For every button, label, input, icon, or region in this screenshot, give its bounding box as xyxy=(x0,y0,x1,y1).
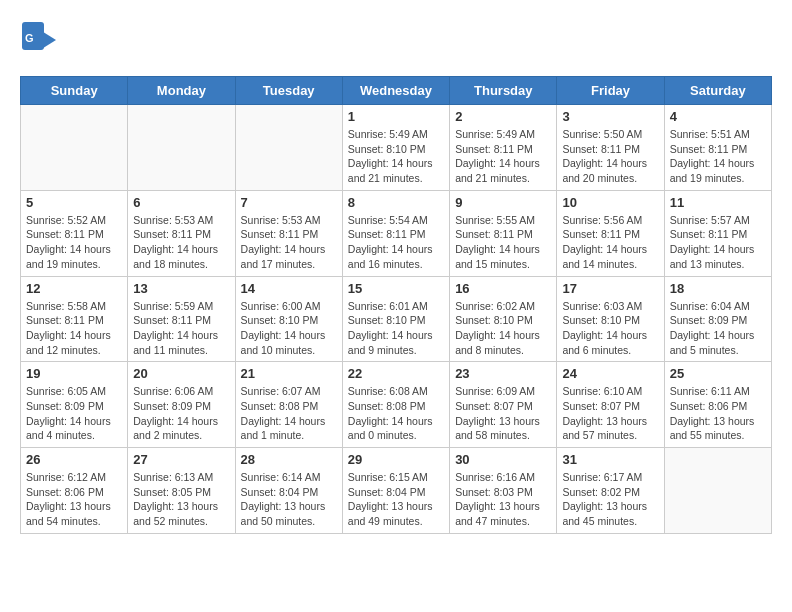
day-info: Sunrise: 6:16 AM Sunset: 8:03 PM Dayligh… xyxy=(455,470,551,529)
day-number: 28 xyxy=(241,452,337,467)
day-number: 23 xyxy=(455,366,551,381)
day-info: Sunrise: 6:00 AM Sunset: 8:10 PM Dayligh… xyxy=(241,299,337,358)
day-info: Sunrise: 6:14 AM Sunset: 8:04 PM Dayligh… xyxy=(241,470,337,529)
day-number: 22 xyxy=(348,366,444,381)
day-info: Sunrise: 6:07 AM Sunset: 8:08 PM Dayligh… xyxy=(241,384,337,443)
day-info: Sunrise: 5:49 AM Sunset: 8:11 PM Dayligh… xyxy=(455,127,551,186)
day-number: 27 xyxy=(133,452,229,467)
day-number: 13 xyxy=(133,281,229,296)
day-info: Sunrise: 6:05 AM Sunset: 8:09 PM Dayligh… xyxy=(26,384,122,443)
day-info: Sunrise: 5:50 AM Sunset: 8:11 PM Dayligh… xyxy=(562,127,658,186)
day-info: Sunrise: 6:15 AM Sunset: 8:04 PM Dayligh… xyxy=(348,470,444,529)
week-row-2: 5Sunrise: 5:52 AM Sunset: 8:11 PM Daylig… xyxy=(21,190,772,276)
calendar-cell: 29Sunrise: 6:15 AM Sunset: 8:04 PM Dayli… xyxy=(342,448,449,534)
week-row-3: 12Sunrise: 5:58 AM Sunset: 8:11 PM Dayli… xyxy=(21,276,772,362)
day-number: 15 xyxy=(348,281,444,296)
calendar-cell: 23Sunrise: 6:09 AM Sunset: 8:07 PM Dayli… xyxy=(450,362,557,448)
day-header-thursday: Thursday xyxy=(450,77,557,105)
day-number: 2 xyxy=(455,109,551,124)
day-number: 19 xyxy=(26,366,122,381)
day-info: Sunrise: 5:51 AM Sunset: 8:11 PM Dayligh… xyxy=(670,127,766,186)
day-header-tuesday: Tuesday xyxy=(235,77,342,105)
day-info: Sunrise: 6:10 AM Sunset: 8:07 PM Dayligh… xyxy=(562,384,658,443)
calendar-cell xyxy=(664,448,771,534)
calendar-cell: 9Sunrise: 5:55 AM Sunset: 8:11 PM Daylig… xyxy=(450,190,557,276)
calendar-cell: 19Sunrise: 6:05 AM Sunset: 8:09 PM Dayli… xyxy=(21,362,128,448)
day-info: Sunrise: 6:09 AM Sunset: 8:07 PM Dayligh… xyxy=(455,384,551,443)
day-number: 5 xyxy=(26,195,122,210)
day-info: Sunrise: 6:13 AM Sunset: 8:05 PM Dayligh… xyxy=(133,470,229,529)
day-header-monday: Monday xyxy=(128,77,235,105)
day-number: 8 xyxy=(348,195,444,210)
calendar-cell: 7Sunrise: 5:53 AM Sunset: 8:11 PM Daylig… xyxy=(235,190,342,276)
day-info: Sunrise: 5:57 AM Sunset: 8:11 PM Dayligh… xyxy=(670,213,766,272)
calendar-cell: 1Sunrise: 5:49 AM Sunset: 8:10 PM Daylig… xyxy=(342,105,449,191)
calendar-cell: 6Sunrise: 5:53 AM Sunset: 8:11 PM Daylig… xyxy=(128,190,235,276)
calendar-header: G xyxy=(20,20,772,66)
calendar-cell: 25Sunrise: 6:11 AM Sunset: 8:06 PM Dayli… xyxy=(664,362,771,448)
day-number: 30 xyxy=(455,452,551,467)
day-number: 3 xyxy=(562,109,658,124)
calendar-cell: 11Sunrise: 5:57 AM Sunset: 8:11 PM Dayli… xyxy=(664,190,771,276)
day-info: Sunrise: 5:49 AM Sunset: 8:10 PM Dayligh… xyxy=(348,127,444,186)
day-info: Sunrise: 6:04 AM Sunset: 8:09 PM Dayligh… xyxy=(670,299,766,358)
calendar-cell: 15Sunrise: 6:01 AM Sunset: 8:10 PM Dayli… xyxy=(342,276,449,362)
calendar-cell: 13Sunrise: 5:59 AM Sunset: 8:11 PM Dayli… xyxy=(128,276,235,362)
day-info: Sunrise: 6:11 AM Sunset: 8:06 PM Dayligh… xyxy=(670,384,766,443)
day-info: Sunrise: 5:54 AM Sunset: 8:11 PM Dayligh… xyxy=(348,213,444,272)
svg-marker-1 xyxy=(40,30,56,50)
day-info: Sunrise: 5:56 AM Sunset: 8:11 PM Dayligh… xyxy=(562,213,658,272)
week-row-1: 1Sunrise: 5:49 AM Sunset: 8:10 PM Daylig… xyxy=(21,105,772,191)
calendar-cell: 21Sunrise: 6:07 AM Sunset: 8:08 PM Dayli… xyxy=(235,362,342,448)
calendar-cell: 10Sunrise: 5:56 AM Sunset: 8:11 PM Dayli… xyxy=(557,190,664,276)
day-number: 1 xyxy=(348,109,444,124)
day-number: 20 xyxy=(133,366,229,381)
calendar-cell: 3Sunrise: 5:50 AM Sunset: 8:11 PM Daylig… xyxy=(557,105,664,191)
day-number: 29 xyxy=(348,452,444,467)
calendar-cell: 14Sunrise: 6:00 AM Sunset: 8:10 PM Dayli… xyxy=(235,276,342,362)
day-info: Sunrise: 6:08 AM Sunset: 8:08 PM Dayligh… xyxy=(348,384,444,443)
day-number: 9 xyxy=(455,195,551,210)
calendar-cell: 31Sunrise: 6:17 AM Sunset: 8:02 PM Dayli… xyxy=(557,448,664,534)
day-info: Sunrise: 5:52 AM Sunset: 8:11 PM Dayligh… xyxy=(26,213,122,272)
day-number: 31 xyxy=(562,452,658,467)
day-number: 17 xyxy=(562,281,658,296)
day-header-sunday: Sunday xyxy=(21,77,128,105)
day-number: 14 xyxy=(241,281,337,296)
day-number: 18 xyxy=(670,281,766,296)
calendar-cell xyxy=(128,105,235,191)
calendar-cell: 30Sunrise: 6:16 AM Sunset: 8:03 PM Dayli… xyxy=(450,448,557,534)
calendar-cell xyxy=(235,105,342,191)
day-header-friday: Friday xyxy=(557,77,664,105)
day-info: Sunrise: 6:12 AM Sunset: 8:06 PM Dayligh… xyxy=(26,470,122,529)
day-info: Sunrise: 6:06 AM Sunset: 8:09 PM Dayligh… xyxy=(133,384,229,443)
calendar-cell: 27Sunrise: 6:13 AM Sunset: 8:05 PM Dayli… xyxy=(128,448,235,534)
calendar-cell: 22Sunrise: 6:08 AM Sunset: 8:08 PM Dayli… xyxy=(342,362,449,448)
week-row-4: 19Sunrise: 6:05 AM Sunset: 8:09 PM Dayli… xyxy=(21,362,772,448)
logo: G xyxy=(20,20,56,66)
calendar-cell: 8Sunrise: 5:54 AM Sunset: 8:11 PM Daylig… xyxy=(342,190,449,276)
calendar-cell: 26Sunrise: 6:12 AM Sunset: 8:06 PM Dayli… xyxy=(21,448,128,534)
day-header-wednesday: Wednesday xyxy=(342,77,449,105)
day-number: 6 xyxy=(133,195,229,210)
calendar-cell: 18Sunrise: 6:04 AM Sunset: 8:09 PM Dayli… xyxy=(664,276,771,362)
day-info: Sunrise: 6:02 AM Sunset: 8:10 PM Dayligh… xyxy=(455,299,551,358)
day-info: Sunrise: 5:59 AM Sunset: 8:11 PM Dayligh… xyxy=(133,299,229,358)
calendar-cell: 17Sunrise: 6:03 AM Sunset: 8:10 PM Dayli… xyxy=(557,276,664,362)
logo-mark: G xyxy=(20,20,56,66)
day-info: Sunrise: 5:55 AM Sunset: 8:11 PM Dayligh… xyxy=(455,213,551,272)
day-info: Sunrise: 6:03 AM Sunset: 8:10 PM Dayligh… xyxy=(562,299,658,358)
calendar-table: SundayMondayTuesdayWednesdayThursdayFrid… xyxy=(20,76,772,534)
calendar-cell: 28Sunrise: 6:14 AM Sunset: 8:04 PM Dayli… xyxy=(235,448,342,534)
day-number: 10 xyxy=(562,195,658,210)
day-number: 7 xyxy=(241,195,337,210)
day-info: Sunrise: 6:01 AM Sunset: 8:10 PM Dayligh… xyxy=(348,299,444,358)
day-info: Sunrise: 5:53 AM Sunset: 8:11 PM Dayligh… xyxy=(133,213,229,272)
day-number: 25 xyxy=(670,366,766,381)
day-number: 24 xyxy=(562,366,658,381)
day-headers-row: SundayMondayTuesdayWednesdayThursdayFrid… xyxy=(21,77,772,105)
day-number: 26 xyxy=(26,452,122,467)
week-row-5: 26Sunrise: 6:12 AM Sunset: 8:06 PM Dayli… xyxy=(21,448,772,534)
day-info: Sunrise: 6:17 AM Sunset: 8:02 PM Dayligh… xyxy=(562,470,658,529)
day-info: Sunrise: 5:53 AM Sunset: 8:11 PM Dayligh… xyxy=(241,213,337,272)
